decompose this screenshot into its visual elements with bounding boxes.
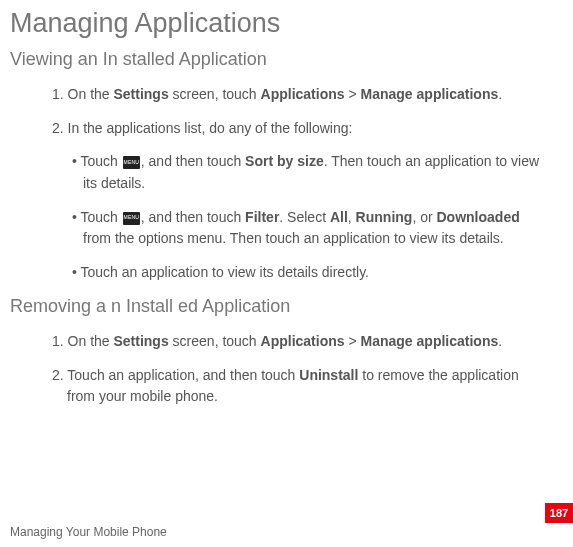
sec1-bullet3: • Touch an application to view its detai… [72, 262, 543, 284]
sec1-step1: 1. On the Settings screen, touch Applica… [52, 84, 543, 106]
sec2-step2: 2. Touch an application, and then touch … [52, 365, 543, 408]
sec2-step1: 1. On the Settings screen, touch Applica… [52, 331, 543, 353]
text-bold: Manage applications [361, 86, 499, 102]
text: from the options menu. Then touch an app… [83, 230, 504, 246]
section-removing-title: Removing a n Install ed Application [10, 296, 543, 317]
text: . [498, 86, 502, 102]
text: , [348, 209, 356, 225]
sec1-step2: 2. In the applications list, do any of t… [52, 118, 543, 140]
text-bold: Applications [261, 86, 345, 102]
text: . Select [279, 209, 330, 225]
sec1-bullet1: • Touch , and then touch Sort by size. T… [72, 151, 543, 194]
text: > [345, 86, 361, 102]
section-viewing-title: Viewing an In stalled Application [10, 49, 543, 70]
text-bold: Settings [113, 86, 168, 102]
text: 1. On the [52, 86, 113, 102]
text: screen, touch [169, 333, 261, 349]
page-number-badge: 187 [545, 503, 573, 523]
menu-icon [123, 156, 140, 169]
text: > [345, 333, 361, 349]
text: , and then touch [141, 153, 245, 169]
footer-text: Managing Your Mobile Phone [10, 525, 167, 539]
sec1-bullet2: • Touch , and then touch Filter. Select … [72, 207, 543, 250]
page-title: Managing Applications [10, 8, 543, 39]
text: • Touch [72, 209, 122, 225]
text: , and then touch [141, 209, 245, 225]
text-bold: Downloaded [437, 209, 520, 225]
text-bold: Manage applications [361, 333, 499, 349]
text: 1. On the [52, 333, 113, 349]
text-bold: Applications [261, 333, 345, 349]
text-bold: Settings [113, 333, 168, 349]
text-bold: Uninstall [299, 367, 358, 383]
menu-icon [123, 212, 140, 225]
text-bold: Running [356, 209, 413, 225]
text: , or [412, 209, 436, 225]
text: screen, touch [169, 86, 261, 102]
text: . [498, 333, 502, 349]
text-bold: Filter [245, 209, 279, 225]
text-bold: All [330, 209, 348, 225]
text: • Touch [72, 153, 122, 169]
text: 2. Touch an application, and then touch [52, 367, 299, 383]
text-bold: Sort by size [245, 153, 324, 169]
